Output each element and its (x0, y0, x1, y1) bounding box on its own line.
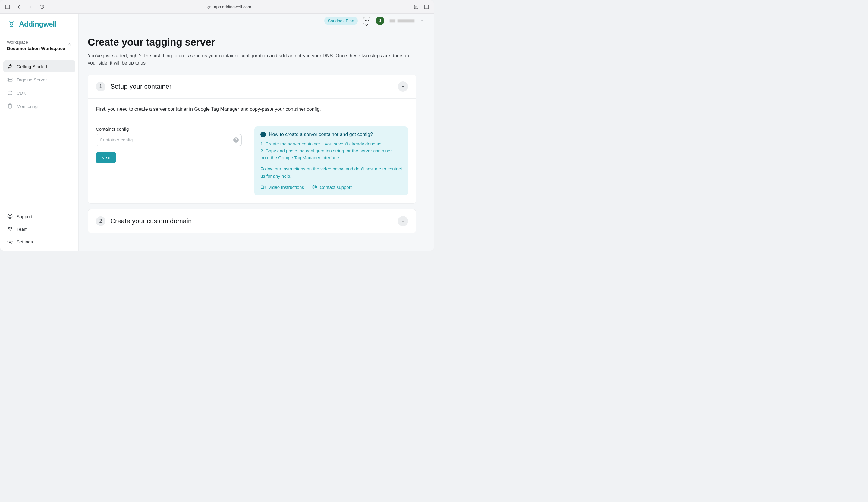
link-icon (207, 4, 211, 9)
svg-point-9 (11, 23, 11, 24)
video-icon (260, 184, 266, 190)
app-sidebar: Addingwell Workspace Documentation Works… (0, 13, 79, 251)
step-number: 1 (96, 82, 105, 91)
panel-toggle-icon[interactable] (423, 4, 430, 10)
svg-point-29 (9, 241, 11, 242)
nav-cdn[interactable]: CDN (3, 87, 75, 99)
sidebar-toggle-icon[interactable] (4, 4, 11, 10)
url-text: app.addingwell.com (214, 4, 251, 9)
workspace-switcher[interactable]: Workspace Documentation Workspace (0, 34, 79, 56)
expand-button[interactable] (398, 216, 408, 226)
collapse-button[interactable] (398, 81, 408, 92)
brand-logo[interactable]: Addingwell (0, 13, 79, 34)
avatar[interactable]: J (376, 17, 384, 25)
nav-item-label: Support (17, 214, 32, 219)
container-config-label: Container config (96, 127, 242, 132)
next-button[interactable]: Next (96, 152, 116, 163)
chat-icon[interactable] (363, 17, 370, 24)
step-2-header[interactable]: 2 Create your custom domain (88, 209, 416, 233)
svg-point-28 (11, 228, 12, 229)
nav-getting-started[interactable]: Getting Started (3, 60, 75, 72)
nav-item-label: Tagging Server (17, 77, 47, 82)
nav-settings[interactable]: Settings (3, 235, 75, 248)
nav-item-label: Getting Started (17, 64, 47, 69)
step-1-body: First, you need to create a server conta… (88, 98, 416, 204)
info-icon: i (260, 132, 266, 137)
reload-icon[interactable] (39, 4, 45, 10)
svg-rect-0 (6, 5, 10, 9)
nav-item-label: CDN (17, 90, 27, 96)
nav-item-label: Team (17, 227, 28, 232)
bottom-nav: Support Team Settings (0, 207, 79, 251)
svg-point-8 (10, 22, 13, 26)
step-title: Setup your container (110, 83, 393, 90)
nav-team[interactable]: Team (3, 223, 75, 235)
profile-chevron-icon[interactable] (420, 18, 425, 23)
browser-toolbar: app.addingwell.com (0, 0, 434, 13)
help-line-2: 2. Copy and paste the configuration stri… (260, 148, 392, 160)
svg-line-24 (11, 214, 12, 215)
clipboard-icon (7, 103, 13, 109)
step-title: Create your custom domain (110, 217, 393, 225)
nav-forward-icon (28, 4, 33, 10)
app-topbar: Sandbox Plan J (79, 13, 434, 28)
nav-support[interactable]: Support (3, 210, 75, 222)
svg-line-23 (8, 214, 9, 215)
main-nav: Getting Started Tagging Server CDN Monit… (0, 56, 79, 117)
team-icon (7, 226, 13, 232)
gear-icon (7, 239, 13, 245)
workspace-chevron-icon (68, 43, 72, 48)
nav-item-label: Settings (17, 239, 33, 244)
rocket-icon (7, 63, 13, 69)
reader-icon[interactable] (413, 4, 419, 10)
step-2-card: 2 Create your custom domain (88, 209, 416, 233)
help-heading: How to create a server container and get… (269, 132, 373, 137)
svg-point-10 (12, 23, 13, 24)
step-number: 2 (96, 216, 105, 226)
main-area: Sandbox Plan J Create your tagging serve… (79, 13, 434, 251)
svg-point-27 (8, 228, 10, 229)
step-1-header[interactable]: 1 Setup your container (88, 75, 416, 98)
address-bar[interactable]: app.addingwell.com (207, 4, 251, 9)
nav-tagging-server[interactable]: Tagging Server (3, 74, 75, 86)
help-line-1: 1. Create the server container if you ha… (260, 141, 383, 146)
svg-line-25 (8, 217, 9, 218)
nav-item-label: Monitoring (17, 104, 38, 109)
svg-line-26 (11, 217, 12, 218)
page-content: Create your tagging server You've just s… (79, 28, 425, 251)
svg-rect-19 (8, 104, 11, 108)
plan-badge[interactable]: Sandbox Plan (324, 17, 358, 25)
addingwell-mark-icon (7, 20, 16, 29)
user-name-redacted (390, 19, 414, 23)
svg-point-11 (10, 66, 11, 66)
help-icon[interactable]: ? (233, 137, 239, 143)
server-icon (7, 77, 13, 83)
globe-icon (7, 90, 13, 96)
workspace-name: Documentation Workspace (7, 46, 65, 51)
page-title: Create your tagging server (88, 36, 416, 48)
workspace-label: Workspace (7, 40, 65, 45)
svg-point-22 (9, 215, 11, 218)
page-subtitle: You've just started, right? The first th… (88, 52, 416, 67)
svg-rect-30 (261, 186, 264, 189)
svg-point-33 (314, 187, 315, 188)
brand-name: Addingwell (19, 20, 56, 28)
video-instructions-link[interactable]: Video Instructions (260, 184, 304, 191)
container-config-form: Container config ? Next (96, 127, 242, 163)
step-1-intro: First, you need to create a server conta… (96, 107, 408, 112)
svg-rect-6 (424, 5, 428, 9)
contact-support-link[interactable]: Contact support (312, 184, 352, 191)
nav-back-icon[interactable] (16, 4, 22, 10)
nav-monitoring[interactable]: Monitoring (3, 100, 75, 112)
help-tail: Follow our instructions on the video bel… (260, 165, 402, 180)
chevron-up-icon (401, 84, 405, 89)
lifebuoy-icon (312, 184, 317, 190)
chevron-down-icon (401, 219, 405, 223)
lifebuoy-icon (7, 213, 13, 219)
step-1-card: 1 Setup your container First, you need t… (88, 74, 416, 204)
container-config-input[interactable] (96, 134, 242, 146)
help-panel: i How to create a server container and g… (254, 127, 408, 196)
browser-window: app.addingwell.com Addingw (0, 0, 434, 251)
